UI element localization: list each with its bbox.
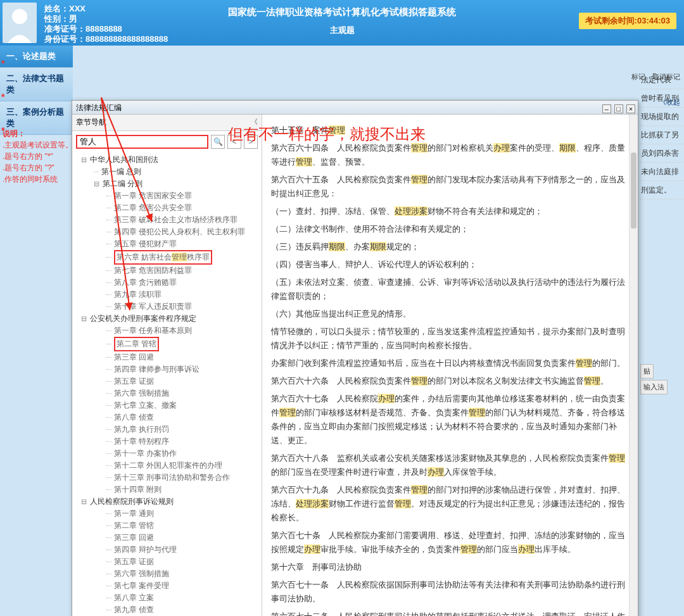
svg-point-0 — [12, 9, 27, 24]
laws-dialog: 法律法规汇编 – □ × 章节导航 《 🔍 < > 中华人民共和国刑法第一编 — [72, 100, 638, 616]
tree-node[interactable]: 第六章 妨害社会管理秩序罪 — [75, 250, 262, 265]
article-content[interactable]: 第十五章 案件管理第六百六十四条 人民检察院负责案件管理的部门对检察机关办理案件… — [262, 115, 638, 616]
article-paragraph: 第十六章 刑事司法协助 — [271, 560, 629, 574]
chapter-nav-pane: 章节导航 《 🔍 < > 中华人民共和国刑法第一编 总则第二编 分则第一章 危害… — [72, 115, 262, 616]
dialog-titlebar[interactable]: 法律法规汇编 – □ × — [72, 101, 638, 115]
tree-node[interactable]: 第三章 破坏社会主义市场经济秩序罪 — [75, 214, 262, 226]
search-prev-icon[interactable]: < — [227, 135, 241, 149]
scrollbar[interactable] — [629, 115, 638, 616]
article-paragraph: 第六百六十四条 人民检察院负责案件管理的部门对检察机关办理案件的受理、期限、程序… — [271, 141, 629, 169]
tree-node[interactable]: 第三章 回避 — [75, 532, 262, 544]
ime-button[interactable]: 输入法 — [640, 380, 668, 394]
right-context: 法定代表 曾时看见刑 现场提取的 比抓获了另 员刘四杀害 未向法庭排 刑监定。 — [640, 46, 684, 199]
tree-node[interactable]: 第六章 强制措施 — [75, 387, 262, 399]
app-header: 姓名：XXX 性别：男 准考证号：88888888 身份证号：888888888… — [0, 0, 684, 46]
article-paragraph: 第六百六十七条 人民检察院办理的案件，办结后需要向其他单位移送案卷材料的，统一由… — [271, 392, 629, 448]
tree-node[interactable]: 第五章 证据 — [75, 375, 262, 387]
tree-node[interactable]: 第二编 分则 — [75, 178, 262, 190]
nav-header: 章节导航 《 — [72, 115, 262, 131]
tree-node[interactable]: 第五章 证据 — [75, 556, 262, 568]
tree-node[interactable]: 中华人民共和国刑法 — [75, 154, 262, 166]
page-title: 国家统一法律职业资格考试计算机化考试模拟答题系统 主观题 — [228, 6, 456, 36]
dialog-min-icon[interactable]: – — [602, 104, 611, 113]
category-legal-doc[interactable]: 二、法律文书题类* — [0, 68, 73, 101]
chapter-tree[interactable]: 中华人民共和国刑法第一编 总则第二编 分则第一章 危害国家安全罪第二章 危害公共… — [72, 153, 262, 616]
dialog-max-icon[interactable]: □ — [614, 104, 623, 113]
tree-node[interactable]: 第四章 辩护与代理 — [75, 544, 262, 556]
tree-node[interactable]: 第三章 回避 — [75, 351, 262, 363]
tree-node[interactable]: 第四章 侵犯公民人身权利、民主权利罪 — [75, 226, 262, 238]
search-icon[interactable]: 🔍 — [211, 135, 225, 149]
article-paragraph: （六）其他应当提出纠正意见的情形。 — [271, 307, 629, 321]
dialog-close-icon[interactable]: × — [626, 104, 635, 113]
article-paragraph: 第六百七十条 人民检察院办案部门需要调用、移送、处理查封、扣押、冻结的涉案财物的… — [271, 529, 629, 556]
tree-node[interactable]: 第八章 贪污贿赂罪 — [75, 277, 262, 289]
tree-node[interactable]: 第七章 危害国防利益罪 — [75, 265, 262, 277]
article-paragraph: 第六百六十九条 人民检察院负责案件管理的部门对扣押的涉案物品进行保管，并对查封、… — [271, 483, 629, 525]
tree-node[interactable]: 人民检察院刑事诉讼规则 — [75, 496, 262, 508]
tree-node[interactable]: 第五章 侵犯财产罪 — [75, 238, 262, 250]
exam-timer: 考试剩余时间:03:44:03 — [579, 13, 676, 29]
tree-node[interactable]: 第一编 总则 — [75, 166, 262, 178]
right-toolbar: 贴 输入法 — [640, 363, 684, 395]
tree-node[interactable]: 第七章 案件受理 — [75, 580, 262, 592]
tree-node[interactable]: 第十一章 办案协作 — [75, 448, 262, 460]
article-paragraph: 情节轻微的，可以口头提示；情节较重的，应当发送案件流程监控通知书，提示办案部门及… — [271, 325, 629, 353]
tree-node[interactable]: 第四章 律师参与刑事诉讼 — [75, 363, 262, 375]
article-paragraph: （五）未依法对立案、侦查、审查逮捕、公诉、审判等诉讼活动以及执行活动中的违法行为… — [271, 275, 629, 303]
tree-node[interactable]: 第二章 管辖 — [75, 337, 262, 351]
article-paragraph: （二）法律文书制作、使用不符合法律和有关规定的； — [271, 222, 629, 236]
tree-node[interactable]: 第八章 侦查 — [75, 412, 262, 424]
article-paragraph: 第十五章 案件管理 — [271, 123, 629, 137]
article-paragraph: （四）侵害当事人、辩护人、诉讼代理人的诉讼权利的； — [271, 258, 629, 272]
tree-node[interactable]: 第十四章 附则 — [75, 484, 262, 496]
tree-node[interactable]: 第八章 立案 — [75, 592, 262, 604]
paste-button[interactable]: 贴 — [640, 364, 654, 379]
article-paragraph: 第六百六十五条 人民检察院负责案件管理的部门发现本院办案活动具有下列情形之一的，… — [271, 173, 629, 201]
category-sidebar: 一、论述题类* 二、法律文书题类* 三、案例分析题类* — [0, 46, 73, 135]
tree-node[interactable]: 第一章 任务和基本原则 — [75, 325, 262, 337]
tree-node[interactable]: 第二章 管辖 — [75, 520, 262, 532]
tree-node[interactable]: 第九章 执行刑罚 — [75, 424, 262, 436]
tree-node[interactable]: 第十章 军人违反职责罪 — [75, 301, 262, 313]
tree-node[interactable]: 第十三章 刑事司法协助和警务合作 — [75, 472, 262, 484]
tree-node[interactable]: 第一章 危害国家安全罪 — [75, 190, 262, 202]
search-next-icon[interactable]: > — [244, 135, 258, 149]
tree-node[interactable]: 第六章 强制措施 — [75, 568, 262, 580]
tree-node[interactable]: 公安机关办理刑事案件程序规定 — [75, 313, 262, 325]
article-paragraph: 第六百七十二条 人民检察院刑事司法协助的范围包括刑事诉讼文书送达，调查取证，安排… — [271, 610, 629, 616]
tree-node[interactable]: 第七章 立案、撤案 — [75, 399, 262, 412]
avatar — [3, 3, 37, 43]
article-paragraph: （三）违反羁押期限、办案期限规定的； — [271, 240, 629, 254]
article-paragraph: 第六百七十一条 人民检察院依据国际刑事司法协助法等有关法律和有关刑事司法协助条约… — [271, 578, 629, 606]
tree-node[interactable]: 第一章 通则 — [75, 508, 262, 520]
tree-node[interactable]: 第九章 渎职罪 — [75, 289, 262, 301]
article-paragraph: 第六百六十六条 人民检察院负责案件管理的部门对以本院名义制发法律文书实施监督管理… — [271, 374, 629, 388]
article-paragraph: （一）查封、扣押、冻结、保管、处理涉案财物不符合有关法律和规定的； — [271, 204, 629, 218]
nav-collapse-icon[interactable]: 《 — [251, 117, 258, 127]
user-info: 姓名：XXX 性别：男 准考证号：88888888 身份证号：888888888… — [39, 0, 173, 46]
search-input[interactable] — [76, 135, 208, 149]
article-paragraph: 办案部门收到案件流程监控通知书后，应当在十日以内将核查情况书面回复负责案件管理的… — [271, 356, 629, 370]
tree-node[interactable]: 第十章 特别程序 — [75, 436, 262, 448]
article-paragraph: 第六百六十八条 监察机关或者公安机关随案移送涉案财物及其孳息的，人民检察院负责案… — [271, 451, 629, 479]
tree-node[interactable]: 第二章 危害公共安全罪 — [75, 202, 262, 214]
tree-node[interactable]: 第九章 侦查 — [75, 604, 262, 616]
category-essay[interactable]: 一、论述题类* — [0, 46, 73, 68]
tree-node[interactable]: 第十二章 外国人犯罪案件的办理 — [75, 460, 262, 472]
scrollbar-thumb[interactable] — [631, 153, 636, 229]
